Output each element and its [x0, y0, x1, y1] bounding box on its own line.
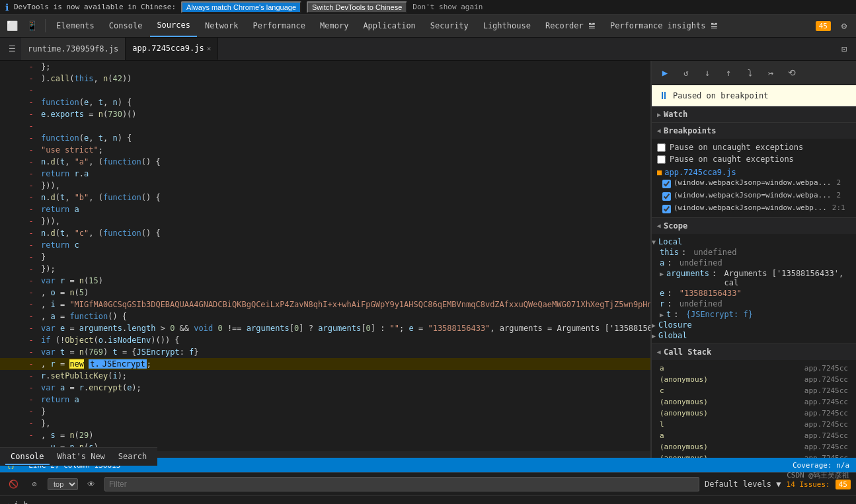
scope-this: this: undefined	[660, 247, 856, 258]
scope-arrow: ▼	[656, 224, 663, 228]
tab-application[interactable]: Application	[356, 15, 422, 37]
pause-caught-label: Pause on caught exceptions	[670, 155, 794, 164]
bp-file-row: ■ app.7245cca9.js	[657, 168, 851, 177]
tab-lighthouse[interactable]: Lighthouse	[477, 15, 537, 37]
code-line: - var e = arguments.length > 0 && void 0…	[0, 322, 650, 334]
pause-uncaught-input[interactable]	[657, 143, 666, 152]
pause-caught-input[interactable]	[657, 155, 666, 164]
bp-text-2: (window.webpackJsonp=window.webpa...	[674, 191, 831, 199]
pause-uncaught-check[interactable]: Pause on uncaught exceptions	[657, 141, 851, 153]
cs-item-9[interactable]: (anonymous) app.7245cc	[657, 452, 851, 458]
device-icon[interactable]: 📱	[22, 17, 41, 35]
cs-item-2[interactable]: (anonymous) app.7245cc	[657, 374, 851, 385]
cs-item-3[interactable]: c app.7245cc	[657, 385, 851, 396]
bp-item-1[interactable]: (window.webpackJsonp=window.webpa... 2	[657, 177, 851, 190]
bp-item-3[interactable]: (window.webpackJsonp=window.webp... 2:1	[657, 202, 851, 215]
code-line: - var t = n(769) t = {JSEncrypt: f}	[0, 346, 650, 358]
code-line-highlighted: - , r = new t.JSEncrypt;	[0, 358, 650, 370]
console-filter-input[interactable]	[104, 477, 699, 491]
step-into-btn[interactable]: ↓	[698, 63, 717, 82]
tab-performance[interactable]: Performance	[247, 15, 312, 37]
breakpoints-header[interactable]: ▼ Breakpoints	[652, 123, 856, 139]
issue-count: 45	[816, 21, 831, 31]
deactivate-bp-btn[interactable]: ↣	[761, 63, 780, 82]
breakpoints-label: Breakpoints	[664, 126, 716, 135]
scope-arguments[interactable]: ▶ arguments: Arguments ['13588156433', c…	[660, 268, 856, 288]
cs-item-7[interactable]: a app.7245cc	[657, 430, 851, 441]
step-over-btn[interactable]: ↺	[677, 63, 695, 82]
scope-closure[interactable]: ▶ Closure	[652, 320, 856, 330]
tab-perf-insights[interactable]: Performance insights 𝌡	[603, 15, 724, 37]
notification-text: DevTools is now available in Chinese:	[14, 3, 176, 11]
scope-t[interactable]: ▶ t: {JSEncrypt: f}	[660, 309, 856, 320]
console-tab-whats-new[interactable]: What's New	[52, 449, 110, 465]
scope-e: e: "13588156433"	[660, 288, 856, 299]
bp-check-1[interactable]	[662, 180, 671, 188]
bp-check-2[interactable]	[662, 192, 671, 201]
scope-section: ▼ Scope ▼ Local this: undefined a	[652, 218, 856, 344]
right-panel: ▶ ↺ ↓ ↑ ⤵ ↣ ⟲ ⏸ Paused on breakpoint ▶ W…	[651, 61, 856, 458]
file-tabs: ☰ runtime.730959f8.js app.7245cca9.js ✕ …	[0, 38, 856, 61]
step-btn[interactable]: ⤵	[740, 63, 759, 82]
console-bar: 🚫 ⊘ top 👁 Default levels ▼ 14 Issues: 45	[0, 472, 856, 495]
tab-network[interactable]: Network	[198, 15, 245, 37]
scope-a: a: undefined	[660, 258, 856, 268]
cs-item-5[interactable]: (anonymous) app.7245cc	[657, 408, 851, 419]
switch-devtools-btn[interactable]: Switch DevTools to Chinese	[307, 1, 407, 13]
cs-item-6[interactable]: l app.7245cc	[657, 419, 851, 430]
bp-item-2[interactable]: (window.webpackJsonp=window.webpa... 2	[657, 190, 851, 202]
code-line: - return a	[0, 394, 650, 406]
watch-header[interactable]: ▶ Watch	[652, 106, 856, 122]
console-clear-icon[interactable]: 🚫	[5, 476, 21, 492]
file-tab-app[interactable]: app.7245cca9.js ✕	[126, 38, 218, 60]
console-tab-console[interactable]: Console	[5, 449, 50, 465]
tab-recorder[interactable]: Recorder 𝌡	[539, 15, 602, 37]
sidebar-toggle-icon[interactable]: ☰	[3, 40, 21, 58]
call-stack-header[interactable]: ▼ Call Stack	[652, 344, 856, 360]
coverage-text: Coverage: n/a	[793, 461, 849, 470]
code-line: - },	[0, 417, 650, 429]
cs-item-4[interactable]: (anonymous) app.7245cc	[657, 396, 851, 408]
bp-check-3[interactable]	[662, 205, 671, 213]
cs-item-1[interactable]: a app.7245cc	[657, 363, 851, 374]
code-line: - var a = r.encrypt(e);	[0, 382, 650, 394]
pause-caught-check[interactable]: Pause on caught exceptions	[657, 153, 851, 165]
tab-security[interactable]: Security	[424, 15, 475, 37]
code-line: - return a	[0, 203, 650, 215]
resume-btn[interactable]: ▶	[656, 63, 674, 82]
cs-item-8[interactable]: (anonymous) app.7245cc	[657, 441, 851, 452]
step-out-btn[interactable]: ↑	[719, 63, 738, 82]
tab-memory[interactable]: Memory	[313, 15, 355, 37]
scope-local-group[interactable]: ▼ Local	[652, 236, 856, 247]
console-tab-search[interactable]: Search	[113, 449, 152, 465]
breakpoints-content: Pause on uncaught exceptions Pause on ca…	[652, 139, 856, 217]
closure-arrow: ▶	[652, 322, 656, 329]
file-tab-runtime[interactable]: runtime.730959f8.js	[21, 38, 126, 60]
watch-section: ▶ Watch	[652, 106, 856, 123]
call-stack-content: a app.7245cc (anonymous) app.7245cc c ap…	[652, 360, 856, 458]
t-arrow: ▶	[660, 311, 664, 318]
match-language-btn[interactable]: Always match Chrome's language	[181, 1, 301, 13]
inspect-icon[interactable]: ⬜	[3, 17, 21, 35]
scope-global[interactable]: ▶ Global	[652, 330, 856, 341]
console-context-select[interactable]: top	[48, 478, 78, 490]
code-area[interactable]: - }; - ).call(this, n(42)) - - function(…	[0, 61, 650, 451]
settings-icon[interactable]: ⚙	[835, 17, 853, 35]
dismiss-text[interactable]: Don't show again	[412, 3, 483, 11]
devtools-icon: ℹ	[5, 2, 9, 13]
tab-sources[interactable]: Sources	[150, 15, 197, 37]
console-filter-icon[interactable]: ⊘	[26, 476, 42, 492]
right-panel-scroll[interactable]: ▶ Watch ▼ Breakpoints Pause on uncaught …	[652, 106, 856, 458]
scope-header[interactable]: ▼ Scope	[652, 218, 856, 234]
watch-label: Watch	[664, 110, 687, 119]
console-level-selector[interactable]: Default levels ▼	[705, 480, 781, 489]
close-tab-icon[interactable]: ✕	[207, 44, 212, 53]
eye-icon[interactable]: 👁	[83, 476, 99, 492]
tab-console[interactable]: Console	[102, 15, 149, 37]
tab-elements[interactable]: Elements	[50, 15, 101, 37]
dont-pause-btn[interactable]: ⟲	[783, 63, 801, 82]
bp-file-group: ■ app.7245cca9.js (window.webpackJsonp=w…	[657, 168, 851, 215]
code-line: - }	[0, 406, 650, 417]
code-line: - n.d(t, "a", (function() {	[0, 156, 650, 168]
panel-expand-icon[interactable]: ⊡	[835, 40, 853, 58]
